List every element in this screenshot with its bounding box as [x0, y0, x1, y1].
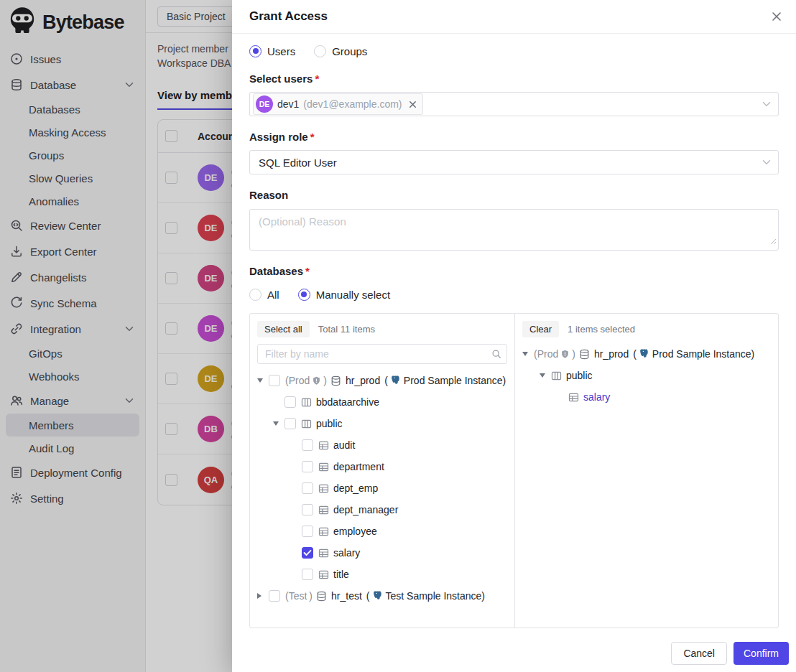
- tree-node-hr_prod[interactable]: (Prod)hr_prod(Prod Sample Instance): [522, 343, 771, 365]
- user-chip: DE dev1 (dev1@example.com): [253, 93, 423, 115]
- assign-role-label: Assign role*: [249, 131, 779, 143]
- table-icon: [318, 548, 329, 559]
- tree-checkbox[interactable]: [302, 504, 313, 515]
- tree-checkbox[interactable]: [302, 547, 313, 559]
- modal-title: Grant Access: [249, 9, 328, 24]
- tree-node-public[interactable]: public: [522, 365, 771, 386]
- radio-groups[interactable]: Groups: [314, 45, 367, 57]
- assign-role-select[interactable]: SQL Editor User: [249, 150, 779, 174]
- principal-type-radios: Users Groups: [249, 44, 779, 58]
- tree-node-dept_manager[interactable]: dept_manager: [257, 499, 507, 521]
- chevron-down-icon: [762, 159, 771, 165]
- tree-node-employee[interactable]: employee: [257, 521, 507, 542]
- radio-all-dot: [249, 289, 262, 301]
- tree-checkbox[interactable]: [302, 439, 313, 451]
- caret-down-icon[interactable]: [540, 373, 551, 378]
- table-icon: [318, 526, 329, 537]
- tree-node-department[interactable]: department: [257, 456, 507, 477]
- tree-node-bbdataarchive[interactable]: bbdataarchive: [257, 391, 507, 413]
- database-icon: [316, 591, 327, 602]
- tree-node-hr_prod[interactable]: (Prod)hr_prod(Prod Sample Instance): [257, 370, 507, 391]
- database-icon: [579, 349, 590, 360]
- app-screen: Bytebase IssuesDatabaseDatabasesMasking …: [0, 0, 796, 672]
- source-tree: (Prod)hr_prod(Prod Sample Instance)bbdat…: [257, 370, 507, 607]
- required-asterisk: *: [315, 73, 319, 85]
- databases-scope-radios: All Manually select: [249, 287, 779, 302]
- tree-checkbox[interactable]: [302, 569, 313, 580]
- databases-label: Databases*: [249, 265, 779, 277]
- tree-checkbox[interactable]: [269, 375, 280, 386]
- grant-access-modal: Grant Access Users Groups Select users* …: [232, 0, 796, 672]
- select-users-input[interactable]: DE dev1 (dev1@example.com): [249, 92, 779, 116]
- shield-icon: [560, 350, 570, 359]
- radio-all[interactable]: All: [249, 289, 279, 301]
- tree-checkbox[interactable]: [284, 418, 296, 429]
- filter-by-name-input[interactable]: [257, 344, 507, 364]
- clear-button[interactable]: Clear: [522, 321, 559, 337]
- tree-node-hr_test[interactable]: (Test)hr_test(Test Sample Instance): [257, 585, 507, 607]
- postgres-icon: [373, 590, 383, 602]
- tree-node-salary[interactable]: salary: [522, 386, 771, 408]
- radio-users[interactable]: Users: [249, 45, 295, 57]
- table-icon: [318, 462, 329, 472]
- chip-user-name: dev1: [277, 98, 299, 110]
- assign-role-value: SQL Editor User: [259, 157, 337, 169]
- tree-node-public[interactable]: public: [257, 413, 507, 434]
- caret-right-icon[interactable]: [257, 593, 269, 599]
- table-icon: [568, 392, 579, 403]
- caret-down-icon[interactable]: [257, 378, 269, 383]
- selected-tree: (Prod)hr_prod(Prod Sample Instance)publi…: [522, 343, 771, 408]
- table-icon: [318, 483, 329, 494]
- modal-header: Grant Access: [232, 0, 796, 34]
- radio-groups-dot: [314, 45, 326, 57]
- required-asterisk: *: [310, 131, 315, 143]
- chip-remove-icon[interactable]: [408, 100, 417, 109]
- shield-icon: [312, 376, 321, 386]
- radio-manually-select[interactable]: Manually select: [298, 289, 390, 301]
- search-icon: [491, 349, 501, 359]
- radio-manually-select-dot: [298, 289, 310, 301]
- tree-checkbox[interactable]: [302, 482, 313, 494]
- total-items-text: Total 11 items: [318, 324, 375, 335]
- modal-footer: Cancel Confirm: [232, 635, 796, 672]
- resize-handle-icon[interactable]: [770, 235, 777, 248]
- select-all-button[interactable]: Select all: [257, 321, 310, 337]
- postgres-icon: [391, 375, 401, 387]
- database-picker-selected-panel: Clear 1 items selected (Prod)hr_prod(Pro…: [515, 314, 778, 627]
- database-picker-source-panel: Select all Total 11 items (Prod)hr_prod(…: [250, 314, 515, 627]
- tree-checkbox[interactable]: [269, 590, 280, 602]
- tree-node-dept_emp[interactable]: dept_emp: [257, 477, 507, 499]
- tree-checkbox[interactable]: [284, 396, 296, 408]
- tree-checkbox[interactable]: [302, 526, 313, 537]
- tree-checkbox[interactable]: [302, 461, 313, 472]
- schema-icon: [551, 370, 562, 381]
- avatar: DE: [256, 95, 273, 113]
- schema-icon: [301, 397, 312, 408]
- tree-node-title[interactable]: title: [257, 564, 507, 585]
- radio-users-dot: [249, 45, 262, 57]
- caret-down-icon[interactable]: [273, 421, 284, 426]
- schema-icon: [301, 419, 312, 429]
- chevron-down-icon: [762, 101, 771, 107]
- table-icon: [318, 569, 329, 580]
- table-icon: [318, 505, 329, 515]
- close-icon[interactable]: [770, 10, 783, 23]
- caret-down-icon[interactable]: [522, 352, 534, 356]
- table-icon: [318, 440, 329, 451]
- database-picker: Select all Total 11 items (Prod)hr_prod(…: [249, 313, 779, 628]
- tree-node-salary[interactable]: salary: [257, 542, 507, 564]
- select-users-label: Select users*: [249, 73, 779, 85]
- reason-textarea[interactable]: [249, 209, 779, 251]
- chip-user-email: (dev1@example.com): [303, 98, 402, 110]
- cancel-button[interactable]: Cancel: [671, 642, 727, 665]
- postgres-icon: [639, 348, 649, 360]
- tree-node-audit[interactable]: audit: [257, 434, 507, 456]
- required-asterisk: *: [305, 265, 310, 277]
- reason-label: Reason: [249, 189, 779, 201]
- confirm-button[interactable]: Confirm: [733, 642, 789, 665]
- selected-count-text: 1 items selected: [568, 324, 635, 335]
- database-icon: [330, 375, 341, 386]
